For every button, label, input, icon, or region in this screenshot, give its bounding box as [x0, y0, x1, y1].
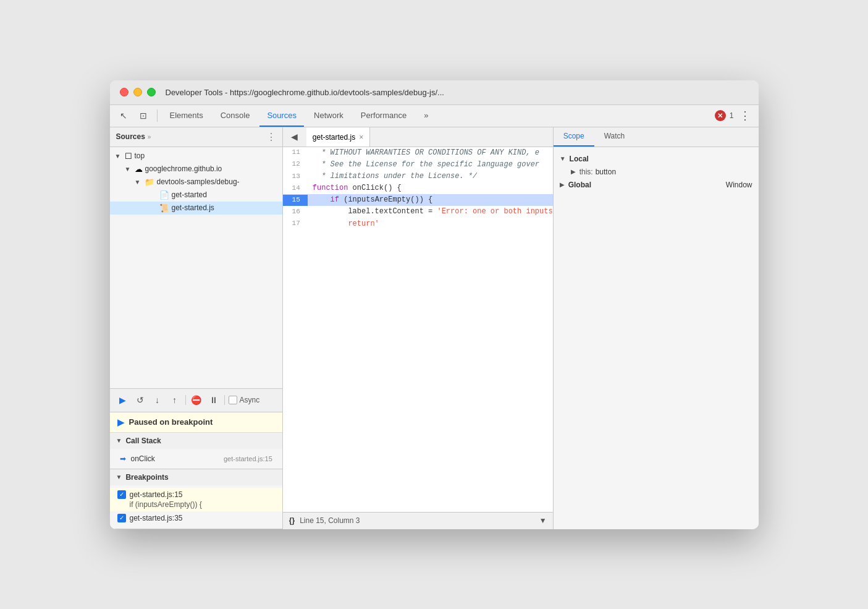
- step-into-btn[interactable]: ↓: [151, 393, 164, 407]
- scope-local-header[interactable]: ▼ Local: [554, 152, 759, 166]
- debugger-section: ▶ ↺ ↓ ↑ ⛔ ⏸ Async ▶ Paused on bre: [110, 388, 282, 529]
- call-stack-item-arrow: ➡: [120, 454, 126, 463]
- breakpoint-item-1: get-started.js:15 if (inputsAreEmpty()) …: [110, 488, 282, 511]
- editor-tab-js[interactable]: get-started.js ×: [306, 127, 370, 147]
- sources-panel-title: Sources: [116, 132, 145, 141]
- call-stack-header[interactable]: ▼ Call Stack: [110, 433, 282, 449]
- breakpoints-title: Breakpoints: [125, 473, 168, 482]
- scope-tab-watch[interactable]: Watch: [594, 127, 635, 147]
- tab-sources[interactable]: Sources: [259, 104, 304, 127]
- scope-global-title: Global: [568, 181, 591, 189]
- code-line-12: 12 * See the License for the specific la…: [283, 159, 553, 171]
- tab-network[interactable]: Network: [306, 104, 351, 127]
- bp-checkbox-2[interactable]: [117, 514, 126, 522]
- error-badge: ✕: [715, 110, 726, 121]
- line-content-14: function onClick() {: [308, 182, 402, 194]
- scope-global-row[interactable]: ▶ Global Window: [554, 178, 759, 192]
- format-btn[interactable]: ▼: [539, 516, 547, 525]
- scope-global-value: Window: [726, 181, 752, 189]
- scope-tab-scope[interactable]: Scope: [554, 127, 594, 147]
- tree-item-folder[interactable]: ▼ 📁 devtools-samples/debug-: [110, 176, 282, 189]
- line-content-13: * limitations under the License. */: [308, 171, 477, 182]
- tab-more[interactable]: »: [416, 104, 436, 127]
- async-checkbox[interactable]: [229, 396, 237, 404]
- debugger-toolbar: ▶ ↺ ↓ ↑ ⛔ ⏸ Async: [110, 389, 282, 412]
- scope-this-item[interactable]: ▶ this: button: [554, 166, 759, 178]
- maximize-button[interactable]: [147, 88, 156, 96]
- breakpoints-arrow: ▼: [116, 474, 122, 480]
- code-line-11: 11 * WITHOUT WARRANTIES OR CONDITIONS OF…: [283, 147, 553, 159]
- folder-icon: 📁: [145, 177, 154, 187]
- line-num-12: 12: [283, 159, 308, 170]
- code-line-17: 17 return': [283, 218, 553, 230]
- status-braces: {}: [289, 516, 295, 525]
- js-file-icon: 📜: [159, 203, 169, 213]
- editor-tabs: ◀ get-started.js ×: [283, 127, 553, 147]
- tab-performance[interactable]: Performance: [353, 104, 414, 127]
- close-button[interactable]: [120, 88, 129, 96]
- call-stack-content: ➡ onClick get-started.js:15: [110, 449, 282, 469]
- file-tree: ▼ ☐ top ▼ ☁ googlechrome.github.io ▼ 📁 d…: [110, 147, 282, 388]
- code-area[interactable]: 11 * WITHOUT WARRANTIES OR CONDITIONS OF…: [283, 147, 553, 512]
- sources-panel-header: Sources » ⋮: [110, 127, 282, 147]
- line-num-13: 13: [283, 171, 308, 182]
- debug-divider-2: [224, 395, 225, 405]
- call-stack-item-onclick[interactable]: ➡ onClick get-started.js:15: [110, 451, 282, 466]
- bp-checkbox-1[interactable]: [117, 490, 126, 499]
- tree-arrow-domain: ▼: [125, 166, 132, 172]
- paused-arrow-icon: ▶: [117, 417, 124, 427]
- line-num-14: 14: [283, 183, 308, 194]
- scope-content: ▼ Local ▶ this: button ▶ Global Window: [554, 147, 759, 529]
- scope-tabs: Scope Watch: [554, 127, 759, 147]
- line-content-17: return': [308, 218, 379, 230]
- call-stack-fn-name: onClick: [131, 454, 224, 463]
- tree-arrow-top: ▼: [115, 153, 122, 160]
- tree-item-domain[interactable]: ▼ ☁ googlechrome.github.io: [110, 163, 282, 176]
- tree-item-top[interactable]: ▼ ☐ top: [110, 150, 282, 163]
- line-content-11: * WITHOUT WARRANTIES OR CONDITIONS OF AN…: [308, 147, 539, 159]
- tree-arrow-folder: ▼: [135, 179, 142, 185]
- editor-tab-close-icon[interactable]: ×: [359, 133, 363, 142]
- call-stack-fn-location: get-started.js:15: [224, 455, 272, 462]
- tree-item-file2[interactable]: 📜 get-started.js: [110, 202, 282, 215]
- tree-label-folder: devtools-samples/debug-: [157, 177, 240, 186]
- breakpoints-header[interactable]: ▼ Breakpoints: [110, 469, 282, 485]
- editor-back-btn[interactable]: ◀: [288, 130, 301, 143]
- deactivate-btn[interactable]: ⛔: [190, 393, 203, 407]
- breakpoint-item-2: get-started.js:35: [110, 511, 282, 526]
- scope-local-arrow: ▼: [560, 155, 566, 162]
- tree-label-top: top: [135, 151, 145, 160]
- tree-item-file1[interactable]: 📄 get-started: [110, 189, 282, 202]
- cloud-icon: ☁: [135, 164, 143, 174]
- tree-label-file2: get-started.js: [172, 203, 214, 212]
- bp-filename-1: get-started.js:15: [130, 490, 183, 499]
- sources-panel-menu-icon[interactable]: ⋮: [266, 131, 276, 143]
- scope-global-arrow: ▶: [560, 181, 565, 188]
- editor-tab-label: get-started.js: [313, 133, 355, 142]
- resume-btn[interactable]: ▶: [116, 393, 130, 407]
- code-line-15: 15 if (inputsAreEmpty()) {: [283, 194, 553, 206]
- device-icon[interactable]: ⊡: [135, 107, 152, 124]
- error-area: ✕ 1: [715, 110, 734, 121]
- sources-panel-chevron[interactable]: »: [148, 134, 151, 140]
- devtools-window: Developer Tools - https://googlechrome.g…: [110, 80, 759, 529]
- line-content-12: * See the License for the specific langu…: [308, 159, 539, 171]
- step-out-btn[interactable]: ↑: [168, 393, 182, 407]
- code-line-14: 14 function onClick() {: [283, 182, 553, 194]
- cursor-icon[interactable]: ↖: [115, 107, 132, 124]
- breakpoints-content: get-started.js:15 if (inputsAreEmpty()) …: [110, 485, 282, 529]
- step-over-btn[interactable]: ↺: [133, 393, 147, 407]
- pause-btn[interactable]: ⏸: [207, 393, 221, 407]
- status-bar: {} Line 15, Column 3 ▼: [283, 512, 553, 529]
- call-stack-section: ▼ Call Stack ➡ onClick get-started.js:15: [110, 433, 282, 469]
- async-label[interactable]: Async: [229, 396, 260, 404]
- bp-filename-2: get-started.js:35: [130, 514, 183, 522]
- more-icon[interactable]: ⋮: [736, 107, 754, 124]
- main-toolbar: ↖ ⊡ Elements Console Sources Network Per…: [110, 105, 759, 127]
- paused-banner: ▶ Paused on breakpoint: [110, 412, 282, 433]
- minimize-button[interactable]: [133, 88, 142, 96]
- editor-panel: ◀ get-started.js × 11 * WITHOUT WARRANTI…: [283, 127, 553, 529]
- tab-console[interactable]: Console: [213, 104, 258, 127]
- line-num-15: 15: [283, 195, 308, 206]
- tab-elements[interactable]: Elements: [162, 104, 211, 127]
